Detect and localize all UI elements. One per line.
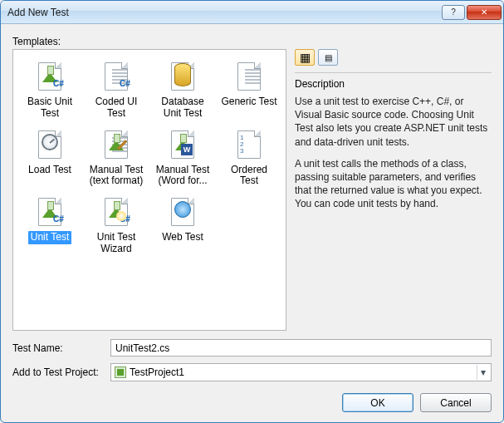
description-p1: Use a unit test to exercise C++, C#, or … <box>295 95 492 149</box>
templates-label: Templates: <box>12 36 492 47</box>
description-heading: Description <box>295 72 492 90</box>
window-buttons: ? ✕ <box>442 5 502 20</box>
template-item-label: Manual Test (text format) <box>86 164 147 189</box>
chevron-down-icon: ▾ <box>477 365 489 380</box>
project-icon <box>115 366 126 378</box>
description-p2: A unit test calls the methods of a class… <box>295 157 492 211</box>
template-item[interactable]: Web Test <box>149 192 216 260</box>
coded-ui-test-icon <box>101 61 131 94</box>
cancel-button[interactable]: Cancel <box>420 393 492 412</box>
unit-test-wizard-icon <box>101 196 131 229</box>
template-item[interactable]: Coded UI Test <box>83 57 149 125</box>
mid-area: Basic Unit TestCoded UI TestDatabase Uni… <box>12 49 492 331</box>
project-row: Add to Test Project: TestProject1 ▾ <box>12 363 492 381</box>
small-icons-button[interactable]: ▤ <box>318 49 338 66</box>
window-title: Add New Test <box>7 7 442 18</box>
template-item[interactable]: 123Ordered Test <box>216 125 282 193</box>
template-item[interactable]: Database Unit Test <box>149 57 216 125</box>
large-icons-button[interactable]: ▦ <box>295 49 315 66</box>
template-item[interactable]: Generic Test <box>216 57 282 125</box>
test-name-label: Test Name: <box>12 342 104 354</box>
manual-word-icon: W <box>168 129 198 162</box>
fields: Test Name: Add to Test Project: TestProj… <box>12 339 492 381</box>
project-label: Add to Test Project: <box>12 366 104 378</box>
template-item-label: Unit Test <box>28 231 71 244</box>
ordered-test-icon: 123 <box>234 129 264 162</box>
template-item[interactable]: Unit Test Wizard <box>83 192 149 260</box>
template-item-label: Unit Test Wizard <box>86 231 147 256</box>
generic-test-icon <box>234 61 264 94</box>
template-item-label: Web Test <box>159 231 206 244</box>
project-combobox[interactable]: TestProject1 ▾ <box>110 363 492 381</box>
help-button[interactable]: ? <box>442 5 465 20</box>
template-item-label: Generic Test <box>218 96 279 109</box>
dialog-window: Add New Test ? ✕ Templates: Basic Unit T… <box>0 0 504 423</box>
templates-listbox[interactable]: Basic Unit TestCoded UI TestDatabase Uni… <box>12 49 286 331</box>
manual-text-icon <box>101 129 131 162</box>
project-value: TestProject1 <box>130 366 184 378</box>
dialog-buttons: OK Cancel <box>12 393 492 412</box>
template-item-label: Basic Unit Test <box>19 96 81 121</box>
template-item-label: Coded UI Test <box>86 96 147 121</box>
template-item-label: Manual Test (Word for... <box>152 164 213 189</box>
close-button[interactable]: ✕ <box>467 5 502 20</box>
dialog-content: Templates: Basic Unit TestCoded UI TestD… <box>1 24 503 422</box>
large-icons-icon: ▦ <box>300 51 311 64</box>
ok-button[interactable]: OK <box>342 393 413 412</box>
template-item[interactable]: Manual Test (text format) <box>83 125 149 193</box>
unit-test-icon <box>35 196 65 229</box>
load-test-icon <box>35 129 65 162</box>
template-item-label: Ordered Test <box>218 164 280 189</box>
template-item-label: Database Unit Test <box>152 96 213 121</box>
web-test-icon <box>168 196 198 229</box>
template-item[interactable]: Unit Test <box>17 192 83 260</box>
small-icons-icon: ▤ <box>325 53 332 62</box>
basic-unit-test-icon <box>35 61 65 94</box>
db-unit-test-icon <box>168 61 198 94</box>
template-item[interactable]: WManual Test (Word for... <box>149 125 216 193</box>
template-item[interactable]: Basic Unit Test <box>17 57 83 125</box>
view-mode-toolbar: ▦ ▤ <box>295 49 492 66</box>
right-pane: ▦ ▤ Description Use a unit test to exerc… <box>295 49 492 331</box>
test-name-input[interactable] <box>110 339 492 357</box>
template-item-label: Load Test <box>26 164 74 177</box>
description-body: Use a unit test to exercise C++, C#, or … <box>295 95 492 219</box>
titlebar: Add New Test ? ✕ <box>1 1 503 24</box>
test-name-row: Test Name: <box>12 339 492 357</box>
template-item[interactable]: Load Test <box>17 125 83 193</box>
